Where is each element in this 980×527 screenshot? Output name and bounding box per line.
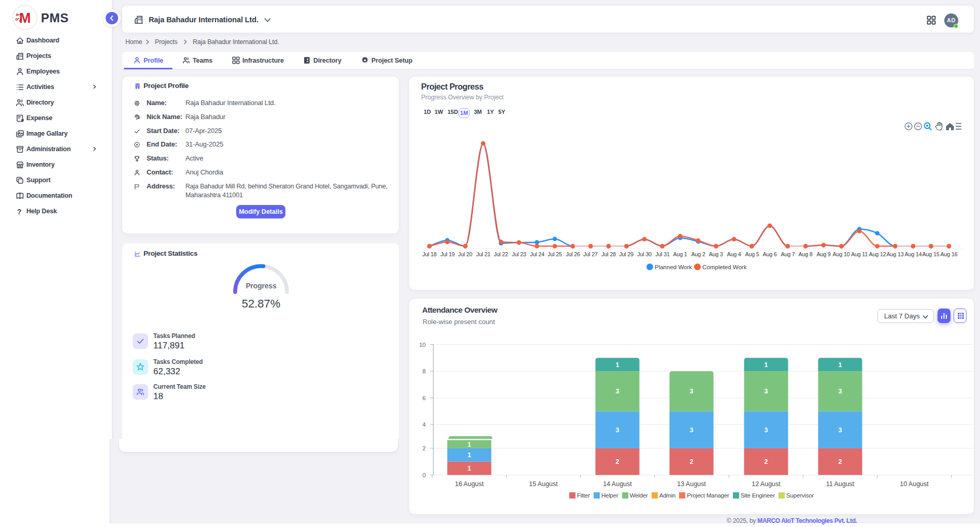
svg-text:1: 1 [616,361,619,369]
svg-text:1: 1 [468,441,471,448]
svg-text:3: 3 [839,427,842,434]
svg-text:3: 3 [839,388,842,395]
svg-text:3: 3 [616,427,619,434]
svg-text:2: 2 [765,458,768,465]
svg-text:2: 2 [690,458,694,465]
svg-text:3: 3 [616,388,619,395]
svg-text:3: 3 [690,388,694,395]
svg-text:3: 3 [690,427,694,434]
svg-text:1: 1 [468,465,471,472]
svg-text:2: 2 [839,458,842,465]
svg-text:2: 2 [616,458,619,465]
svg-text:1: 1 [468,451,471,459]
svg-text:1: 1 [839,361,842,369]
svg-text:3: 3 [765,388,768,395]
svg-text:3: 3 [765,427,768,434]
svg-text:1: 1 [765,361,768,369]
